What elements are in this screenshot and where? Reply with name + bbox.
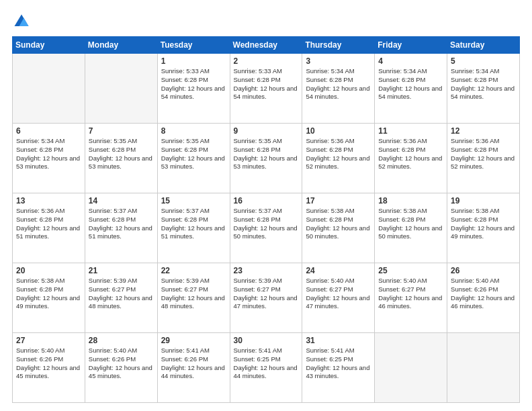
day-number: 16: [234, 196, 299, 205]
calendar-day-cell: 25Sunrise: 5:40 AM Sunset: 6:27 PM Dayli…: [375, 263, 447, 333]
calendar-day-header: Saturday: [447, 37, 520, 54]
day-info: Sunrise: 5:38 AM Sunset: 6:28 PM Dayligh…: [16, 277, 81, 311]
calendar-day-cell: [447, 333, 520, 403]
day-number: 25: [378, 266, 443, 275]
calendar-day-cell: 27Sunrise: 5:40 AM Sunset: 6:26 PM Dayli…: [13, 333, 85, 403]
day-info: Sunrise: 5:34 AM Sunset: 6:28 PM Dayligh…: [378, 67, 443, 101]
day-number: 19: [451, 196, 516, 205]
day-info: Sunrise: 5:36 AM Sunset: 6:28 PM Dayligh…: [306, 137, 371, 171]
day-number: 12: [451, 126, 516, 136]
logo-icon: [12, 12, 31, 31]
calendar-day-header: Thursday: [302, 37, 375, 54]
calendar-week-row: 27Sunrise: 5:40 AM Sunset: 6:26 PM Dayli…: [13, 333, 520, 403]
calendar-day-cell: 5Sunrise: 5:34 AM Sunset: 6:28 PM Daylig…: [447, 54, 520, 124]
calendar-day-cell: 28Sunrise: 5:40 AM Sunset: 6:26 PM Dayli…: [85, 333, 157, 403]
day-info: Sunrise: 5:36 AM Sunset: 6:28 PM Dayligh…: [451, 137, 516, 171]
calendar-day-cell: 19Sunrise: 5:38 AM Sunset: 6:28 PM Dayli…: [447, 193, 520, 263]
day-number: 29: [161, 336, 226, 345]
calendar-day-cell: 1Sunrise: 5:33 AM Sunset: 6:28 PM Daylig…: [157, 54, 230, 124]
calendar-day-cell: 20Sunrise: 5:38 AM Sunset: 6:28 PM Dayli…: [13, 263, 85, 333]
calendar-day-header: Monday: [85, 37, 157, 54]
day-number: 28: [89, 336, 154, 345]
day-info: Sunrise: 5:34 AM Sunset: 6:28 PM Dayligh…: [306, 67, 371, 101]
calendar-day-cell: 15Sunrise: 5:37 AM Sunset: 6:28 PM Dayli…: [157, 193, 230, 263]
day-info: Sunrise: 5:38 AM Sunset: 6:28 PM Dayligh…: [306, 207, 371, 241]
day-info: Sunrise: 5:34 AM Sunset: 6:28 PM Dayligh…: [16, 137, 81, 171]
day-info: Sunrise: 5:37 AM Sunset: 6:28 PM Dayligh…: [161, 207, 226, 241]
day-number: 5: [451, 56, 516, 66]
day-info: Sunrise: 5:33 AM Sunset: 6:28 PM Dayligh…: [234, 67, 299, 101]
calendar-day-cell: [375, 333, 447, 403]
calendar-day-cell: 17Sunrise: 5:38 AM Sunset: 6:28 PM Dayli…: [302, 193, 375, 263]
calendar-week-row: 1Sunrise: 5:33 AM Sunset: 6:28 PM Daylig…: [13, 54, 520, 124]
day-number: 27: [16, 336, 81, 345]
calendar-day-cell: 9Sunrise: 5:35 AM Sunset: 6:28 PM Daylig…: [230, 124, 302, 193]
calendar-day-cell: 30Sunrise: 5:41 AM Sunset: 6:25 PM Dayli…: [230, 333, 302, 403]
day-number: 9: [234, 126, 299, 136]
calendar-week-row: 20Sunrise: 5:38 AM Sunset: 6:28 PM Dayli…: [13, 263, 520, 333]
day-number: 24: [306, 266, 371, 275]
day-info: Sunrise: 5:41 AM Sunset: 6:25 PM Dayligh…: [306, 347, 371, 381]
day-number: 14: [89, 196, 154, 205]
day-number: 17: [306, 196, 371, 205]
calendar-day-cell: 24Sunrise: 5:40 AM Sunset: 6:27 PM Dayli…: [302, 263, 375, 333]
day-info: Sunrise: 5:40 AM Sunset: 6:26 PM Dayligh…: [451, 277, 516, 311]
day-info: Sunrise: 5:36 AM Sunset: 6:28 PM Dayligh…: [378, 137, 443, 171]
day-number: 13: [16, 196, 81, 205]
calendar-day-cell: 2Sunrise: 5:33 AM Sunset: 6:28 PM Daylig…: [230, 54, 302, 124]
day-number: 31: [306, 336, 371, 345]
header: [12, 12, 520, 31]
day-info: Sunrise: 5:39 AM Sunset: 6:27 PM Dayligh…: [89, 277, 154, 311]
calendar-day-cell: 6Sunrise: 5:34 AM Sunset: 6:28 PM Daylig…: [13, 124, 85, 193]
day-info: Sunrise: 5:35 AM Sunset: 6:28 PM Dayligh…: [89, 137, 154, 171]
calendar-day-cell: 8Sunrise: 5:35 AM Sunset: 6:28 PM Daylig…: [157, 124, 230, 193]
day-number: 8: [161, 126, 226, 136]
day-number: 30: [234, 336, 299, 345]
day-number: 1: [161, 56, 226, 66]
day-number: 7: [89, 126, 154, 136]
day-info: Sunrise: 5:35 AM Sunset: 6:28 PM Dayligh…: [234, 137, 299, 171]
calendar-day-cell: 10Sunrise: 5:36 AM Sunset: 6:28 PM Dayli…: [302, 124, 375, 193]
day-number: 20: [16, 266, 81, 275]
day-info: Sunrise: 5:40 AM Sunset: 6:26 PM Dayligh…: [89, 347, 154, 381]
calendar-day-cell: 29Sunrise: 5:41 AM Sunset: 6:26 PM Dayli…: [157, 333, 230, 403]
calendar-day-cell: 26Sunrise: 5:40 AM Sunset: 6:26 PM Dayli…: [447, 263, 520, 333]
calendar-day-cell: 7Sunrise: 5:35 AM Sunset: 6:28 PM Daylig…: [85, 124, 157, 193]
calendar-day-header: Friday: [375, 37, 447, 54]
day-number: 4: [378, 56, 443, 66]
calendar-day-cell: 14Sunrise: 5:37 AM Sunset: 6:28 PM Dayli…: [85, 193, 157, 263]
calendar-day-cell: 22Sunrise: 5:39 AM Sunset: 6:27 PM Dayli…: [157, 263, 230, 333]
day-info: Sunrise: 5:41 AM Sunset: 6:26 PM Dayligh…: [161, 347, 226, 381]
day-info: Sunrise: 5:35 AM Sunset: 6:28 PM Dayligh…: [161, 137, 226, 171]
calendar-day-header: Sunday: [13, 37, 85, 54]
day-info: Sunrise: 5:38 AM Sunset: 6:28 PM Dayligh…: [451, 207, 516, 241]
day-number: 6: [16, 126, 81, 136]
day-info: Sunrise: 5:39 AM Sunset: 6:27 PM Dayligh…: [161, 277, 226, 311]
calendar-day-header: Tuesday: [157, 37, 230, 54]
calendar-day-header: Wednesday: [230, 37, 302, 54]
calendar-day-cell: [13, 54, 85, 124]
calendar-day-cell: [85, 54, 157, 124]
day-info: Sunrise: 5:40 AM Sunset: 6:27 PM Dayligh…: [306, 277, 371, 311]
calendar-day-cell: 12Sunrise: 5:36 AM Sunset: 6:28 PM Dayli…: [447, 124, 520, 193]
calendar-week-row: 6Sunrise: 5:34 AM Sunset: 6:28 PM Daylig…: [13, 124, 520, 193]
calendar-day-cell: 4Sunrise: 5:34 AM Sunset: 6:28 PM Daylig…: [375, 54, 447, 124]
day-number: 15: [161, 196, 226, 205]
day-info: Sunrise: 5:36 AM Sunset: 6:28 PM Dayligh…: [16, 207, 81, 241]
day-info: Sunrise: 5:37 AM Sunset: 6:28 PM Dayligh…: [234, 207, 299, 241]
day-info: Sunrise: 5:40 AM Sunset: 6:26 PM Dayligh…: [16, 347, 81, 381]
calendar-header-row: SundayMondayTuesdayWednesdayThursdayFrid…: [13, 37, 520, 54]
page: SundayMondayTuesdayWednesdayThursdayFrid…: [0, 0, 532, 411]
day-info: Sunrise: 5:34 AM Sunset: 6:28 PM Dayligh…: [451, 67, 516, 101]
day-info: Sunrise: 5:39 AM Sunset: 6:27 PM Dayligh…: [234, 277, 299, 311]
day-number: 3: [306, 56, 371, 66]
logo: [12, 12, 34, 31]
calendar-day-cell: 31Sunrise: 5:41 AM Sunset: 6:25 PM Dayli…: [302, 333, 375, 403]
day-info: Sunrise: 5:41 AM Sunset: 6:25 PM Dayligh…: [234, 347, 299, 381]
day-info: Sunrise: 5:37 AM Sunset: 6:28 PM Dayligh…: [89, 207, 154, 241]
day-info: Sunrise: 5:40 AM Sunset: 6:27 PM Dayligh…: [378, 277, 443, 311]
day-number: 26: [451, 266, 516, 275]
day-number: 18: [378, 196, 443, 205]
day-number: 23: [234, 266, 299, 275]
day-number: 22: [161, 266, 226, 275]
